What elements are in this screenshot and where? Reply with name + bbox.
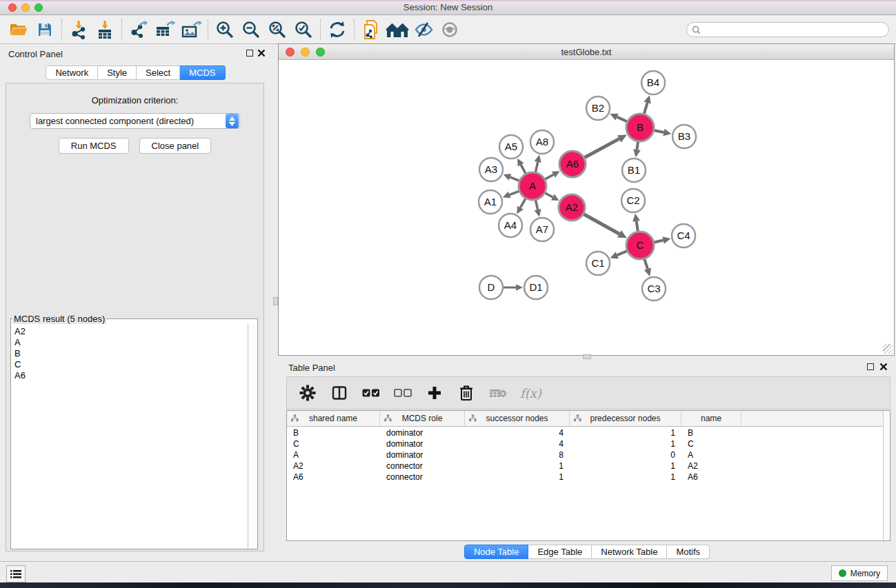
graph-node[interactable]: C2	[621, 189, 645, 212]
graph-edge[interactable]	[585, 139, 619, 157]
tab-node-table[interactable]: Node Table	[464, 545, 529, 559]
close-panel-icon[interactable]	[257, 49, 266, 57]
graph-node[interactable]: D1	[524, 276, 548, 299]
tab-motifs[interactable]: Motifs	[667, 545, 710, 559]
show-graphics-details-button[interactable]	[437, 18, 463, 41]
tab-mcds[interactable]: MCDS	[180, 65, 225, 80]
refresh-button[interactable]	[324, 18, 350, 41]
graph-node[interactable]: A6	[559, 151, 586, 177]
table-mode-button[interactable]	[298, 383, 317, 403]
table-row[interactable]: Adominator80A	[287, 449, 883, 460]
graph-node[interactable]: A2	[559, 194, 585, 221]
show-columns-button[interactable]	[330, 383, 349, 403]
table-scrollbar[interactable]	[883, 411, 890, 540]
table-row[interactable]: A2connector11A2	[287, 460, 883, 472]
duplicate-network-button[interactable]	[358, 18, 384, 41]
graph-node[interactable]: A5	[499, 135, 523, 159]
zoom-out-button[interactable]	[238, 18, 264, 41]
graph-node[interactable]: C1	[586, 252, 610, 275]
graph-node[interactable]: B2	[586, 97, 610, 120]
table-row[interactable]: A6connector11A6	[287, 472, 883, 483]
graph-edge[interactable]	[617, 251, 627, 255]
graph-edge[interactable]	[617, 117, 626, 122]
graph-edge[interactable]	[510, 191, 519, 194]
graph-edge[interactable]	[655, 130, 664, 132]
graph-edge[interactable]	[637, 221, 638, 231]
delete-column-button[interactable]	[457, 383, 476, 403]
export-image-button[interactable]	[178, 18, 204, 41]
result-item[interactable]: A2	[14, 326, 248, 337]
column-header[interactable]: successor nodes	[465, 411, 570, 426]
graph-node[interactable]: B	[626, 114, 654, 141]
graph-edge[interactable]	[644, 259, 648, 269]
select-all-button[interactable]	[361, 383, 381, 403]
close-panel-button[interactable]: Close panel	[139, 138, 212, 154]
graph-edge[interactable]	[520, 199, 525, 207]
hide-graphics-details-button[interactable]	[410, 18, 437, 41]
graph-node[interactable]: C	[626, 232, 654, 259]
float-panel-icon[interactable]	[246, 50, 253, 57]
graph-edge[interactable]	[535, 162, 537, 172]
graph-edge[interactable]	[510, 177, 519, 181]
column-header[interactable]: predecessor nodes	[570, 411, 681, 426]
graph-node[interactable]: B3	[673, 125, 696, 148]
table-row[interactable]: Bdominator41B	[287, 427, 883, 438]
criterion-select[interactable]: largest connected component (directed)	[30, 113, 240, 129]
graph-node[interactable]: A3	[479, 158, 503, 181]
zoom-in-button[interactable]	[212, 18, 238, 41]
save-session-button[interactable]	[32, 18, 58, 41]
memory-button[interactable]: Memory	[831, 565, 888, 581]
graph-node[interactable]: B4	[641, 71, 665, 94]
float-table-panel-icon[interactable]	[867, 363, 874, 370]
search-input[interactable]	[704, 25, 888, 34]
graph-node[interactable]: A1	[479, 190, 502, 214]
column-header[interactable]: MCDS role	[380, 411, 465, 426]
network-canvas[interactable]: B4B2BB3A8A5A6B1A3AC2A1A2A4A7C4CC1DD1C3	[279, 60, 894, 355]
graph-node[interactable]: A8	[530, 130, 554, 154]
graph-node[interactable]: B1	[622, 159, 646, 182]
result-item[interactable]: A6	[14, 370, 248, 381]
graph-edge[interactable]	[521, 165, 526, 174]
graph-edge[interactable]	[584, 214, 619, 234]
vertical-splitter-grip[interactable]	[273, 297, 278, 305]
open-file-button[interactable]	[6, 18, 32, 41]
graph-edge[interactable]	[637, 142, 638, 150]
export-network-button[interactable]	[126, 18, 152, 41]
result-item[interactable]: C	[14, 359, 248, 370]
add-column-button[interactable]	[425, 383, 444, 403]
import-network-button[interactable]	[66, 18, 92, 41]
graph-node[interactable]: D	[479, 276, 503, 299]
table-row[interactable]: Cdominator41C	[287, 438, 883, 449]
graph-edge[interactable]	[536, 200, 538, 210]
window-resize-grip[interactable]	[883, 344, 893, 354]
delete-table-button[interactable]	[488, 383, 508, 403]
zoom-selected-button[interactable]	[290, 18, 317, 41]
tab-style[interactable]: Style	[98, 65, 137, 80]
result-list-scrollbar[interactable]	[248, 324, 257, 549]
graph-edge[interactable]	[644, 103, 648, 114]
tab-select[interactable]: Select	[137, 65, 180, 80]
tab-network[interactable]: Network	[46, 65, 98, 80]
export-table-button[interactable]	[152, 18, 178, 41]
import-table-button[interactable]	[92, 18, 118, 41]
home-button[interactable]	[384, 18, 410, 41]
graph-edge[interactable]	[545, 193, 552, 197]
deselect-all-button[interactable]	[393, 383, 412, 403]
function-builder-button[interactable]: f(x)	[520, 383, 541, 403]
graph-node[interactable]: A	[519, 172, 546, 200]
zoom-fit-button[interactable]	[264, 18, 290, 41]
result-item[interactable]: B	[14, 348, 248, 359]
graph-edge[interactable]	[545, 174, 553, 179]
column-header[interactable]: shared name	[287, 411, 380, 426]
graph-node[interactable]: C3	[642, 277, 666, 301]
graph-node[interactable]: A4	[499, 214, 522, 237]
task-history-button[interactable]	[6, 565, 26, 582]
close-table-panel-icon[interactable]	[879, 363, 888, 371]
column-header[interactable]: name	[681, 411, 741, 426]
search-field[interactable]	[686, 22, 889, 37]
graph-node[interactable]: C4	[672, 224, 695, 247]
tab-edge-table[interactable]: Edge Table	[528, 545, 592, 559]
result-item[interactable]: A	[14, 337, 248, 348]
graph-node[interactable]: A7	[530, 218, 554, 241]
run-mcds-button[interactable]: Run MCDS	[59, 138, 129, 154]
